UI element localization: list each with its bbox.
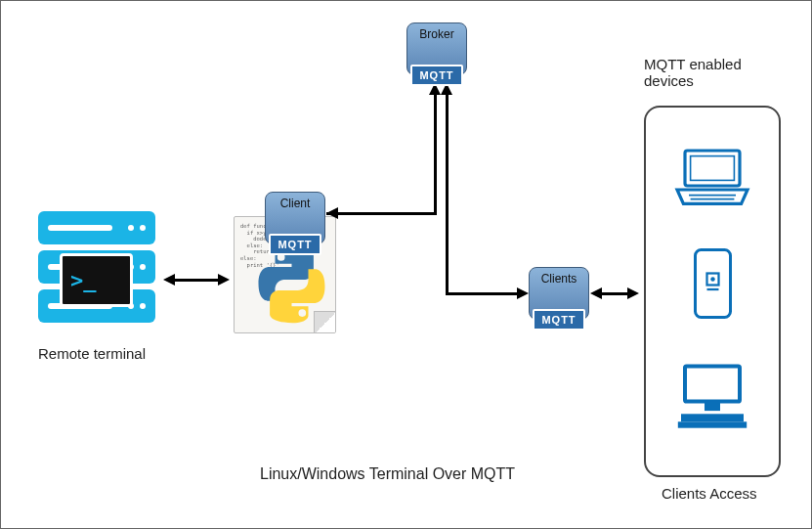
arrowhead-right-icon — [517, 287, 529, 299]
svg-rect-8 — [685, 366, 740, 401]
devices-header: MQTT enabled devices — [644, 56, 791, 89]
arrow-broker-clients-h — [446, 292, 519, 295]
svg-rect-9 — [705, 401, 720, 411]
client-mqtt-badge: MQTT — [269, 234, 321, 255]
diagram-title: Linux/Windows Terminal Over MQTT — [260, 465, 515, 483]
svg-rect-1 — [691, 156, 735, 181]
terminal-prompt: >_ — [70, 268, 97, 292]
arrowhead-left-icon — [163, 274, 175, 286]
arrow-client-broker-v — [434, 93, 437, 215]
arrowhead-left-icon — [590, 287, 602, 299]
arrow-clients-devices — [600, 292, 629, 295]
mqtt-client-box: Client MQTT — [265, 192, 325, 244]
remote-terminal-label: Remote terminal — [38, 345, 146, 362]
arrowhead-right-icon — [627, 287, 639, 299]
mqtt-clients-box: Clients MQTT — [529, 267, 589, 320]
svg-point-6 — [710, 278, 715, 283]
arrowhead-right-icon — [218, 274, 230, 286]
arrow-server-client — [173, 279, 220, 282]
python-logo-icon — [250, 243, 333, 327]
broker-mqtt-badge: MQTT — [410, 65, 463, 86]
terminal-icon: >_ — [60, 253, 133, 307]
broker-box-label: Broker — [419, 27, 453, 41]
client-box-label: Client — [280, 197, 311, 210]
mobile-device-icon — [691, 245, 735, 322]
arrow-client-broker-h — [326, 212, 436, 215]
svg-rect-11 — [678, 421, 747, 427]
diagram-canvas: >_ Remote terminal def func1(a,b): if x>… — [0, 0, 812, 529]
svg-rect-10 — [681, 414, 744, 421]
devices-footer: Clients Access — [662, 485, 757, 502]
devices-panel — [644, 106, 781, 477]
arrow-broker-clients-v — [446, 93, 449, 295]
clients-box-label: Clients — [541, 272, 577, 286]
desktop-icon — [673, 356, 751, 439]
arrowhead-left-icon — [326, 207, 338, 219]
mqtt-broker-box: Broker MQTT — [406, 22, 467, 75]
clients-mqtt-badge: MQTT — [533, 309, 585, 331]
laptop-icon — [673, 144, 751, 212]
